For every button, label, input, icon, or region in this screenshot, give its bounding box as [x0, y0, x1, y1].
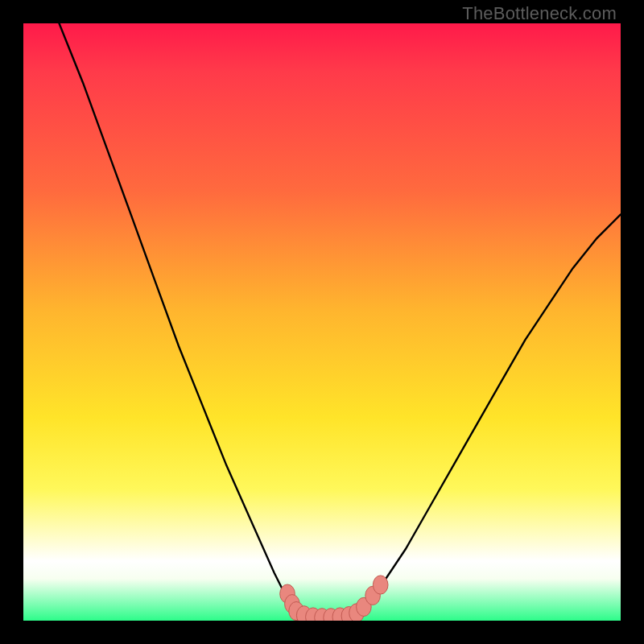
plot-area — [23, 23, 621, 621]
data-marker — [373, 576, 388, 594]
marker-layer — [23, 23, 621, 621]
chart-frame: TheBottleneck.com — [0, 0, 644, 644]
watermark-text: TheBottleneck.com — [462, 3, 617, 24]
